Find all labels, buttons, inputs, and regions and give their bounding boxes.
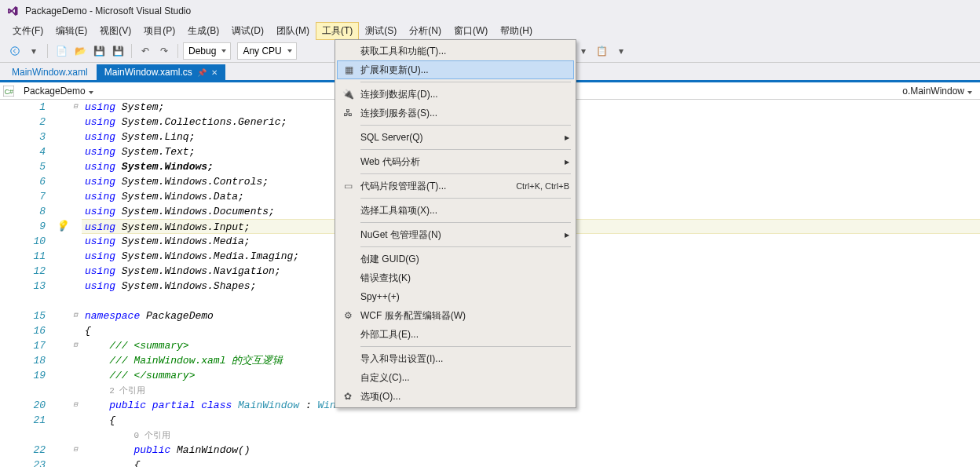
editor-tab[interactable]: MainWindow.xaml — [3, 64, 97, 80]
fold-toggle[interactable]: ⊟ — [69, 100, 82, 115]
menu-item[interactable]: 项目(P) — [137, 22, 181, 40]
db-icon: 🔌 — [342, 88, 354, 100]
svg-text:C#: C# — [5, 87, 13, 95]
line-number — [0, 383, 46, 398]
line-number — [0, 428, 46, 443]
menu-item[interactable]: 选择工具箱项(X)... — [337, 201, 574, 220]
editor-tab[interactable]: MainWindow.xaml.cs📌✕ — [97, 64, 225, 80]
fold-toggle[interactable]: ⊟ — [69, 398, 82, 413]
submenu-arrow-icon: ▶ — [565, 232, 569, 239]
menu-item[interactable]: 分析(N) — [403, 22, 448, 40]
line-number: 23 — [0, 458, 46, 467]
menu-item[interactable]: 文件(F) — [6, 22, 49, 40]
line-number: 12 — [0, 264, 46, 279]
save-all-icon[interactable]: 💾 — [109, 42, 126, 60]
fold-toggle[interactable]: ⊟ — [69, 443, 82, 458]
line-number: 18 — [0, 353, 46, 368]
close-icon[interactable]: ✕ — [211, 68, 218, 77]
platform-combo[interactable]: Any CPU — [237, 42, 296, 60]
menu-separator — [360, 346, 571, 347]
menu-item[interactable]: 编辑(E) — [49, 22, 93, 40]
ext-icon: ▦ — [342, 64, 355, 76]
fold-toggle[interactable]: ⊟ — [69, 308, 82, 323]
menu-item[interactable]: 视图(V) — [93, 22, 137, 40]
line-number: 22 — [0, 443, 46, 458]
menubar: 文件(F)编辑(E)视图(V)项目(P)生成(B)调试(D)团队(M)工具(T)… — [0, 22, 980, 39]
menu-item[interactable]: 🔌连接到数据库(D)... — [337, 85, 574, 104]
line-number: 9 — [0, 219, 46, 234]
tb-misc-icon[interactable]: ▾ — [575, 42, 592, 60]
lightbulb-icon[interactable]: 💡 — [55, 219, 69, 234]
open-icon[interactable]: 📂 — [71, 42, 89, 60]
gear-icon: ✿ — [342, 390, 354, 403]
line-number: 3 — [0, 130, 46, 144]
svg-point-0 — [11, 46, 20, 55]
menu-item[interactable]: 错误查找(K) — [337, 268, 574, 287]
line-number: 8 — [0, 204, 46, 219]
fold-toggle[interactable]: ⊟ — [69, 338, 82, 353]
window-title: PackageDemo - Microsoft Visual Studio — [25, 5, 191, 16]
menu-item[interactable]: 获取工具和功能(T)... — [337, 42, 574, 60]
breadcrumb-project[interactable]: PackageDemo — [19, 86, 98, 97]
menu-item[interactable]: ✿选项(O)... — [337, 387, 574, 406]
tools-dropdown: 获取工具和功能(T)...▦扩展和更新(U)...🔌连接到数据库(D)...🖧连… — [335, 39, 576, 408]
menu-item[interactable]: 🖧连接到服务器(S)... — [337, 104, 574, 122]
line-number: 15 — [0, 308, 46, 323]
line-number: 7 — [0, 189, 46, 204]
line-number: 5 — [0, 159, 46, 174]
back-icon[interactable] — [6, 42, 24, 60]
line-number: 6 — [0, 174, 46, 189]
menu-item[interactable]: 调试(D) — [225, 22, 270, 40]
menu-separator — [360, 149, 571, 150]
code-line[interactable]: { — [82, 413, 980, 428]
menu-item[interactable]: 创建 GUID(G) — [337, 250, 574, 268]
menu-item[interactable]: SQL Server(Q)▶ — [337, 128, 574, 147]
submenu-arrow-icon: ▶ — [565, 134, 569, 141]
menu-item[interactable]: ▦扩展和更新(U)... — [337, 60, 574, 79]
menu-separator — [360, 173, 571, 174]
menu-separator — [360, 222, 571, 223]
menu-item[interactable]: 自定义(C)... — [337, 368, 574, 387]
redo-icon[interactable]: ↷ — [155, 42, 173, 60]
menu-item[interactable]: ⚙WCF 服务配置编辑器(W) — [337, 306, 574, 325]
code-line[interactable]: { — [82, 458, 980, 467]
line-number: 20 — [0, 398, 46, 413]
line-number: 2 — [0, 115, 46, 130]
line-number: 21 — [0, 413, 46, 428]
save-icon[interactable]: 💾 — [90, 42, 108, 60]
menu-item[interactable]: 测试(S) — [359, 22, 403, 40]
vs-logo-icon — [6, 5, 19, 17]
pin-icon[interactable]: 📌 — [197, 68, 207, 77]
tb-misc3-icon[interactable]: ▾ — [612, 42, 630, 60]
menu-separator — [360, 125, 571, 126]
menu-item[interactable]: 团队(M) — [270, 22, 316, 40]
menu-item[interactable]: 外部工具(E)... — [337, 325, 574, 344]
tb-misc2-icon[interactable]: 📋 — [594, 42, 611, 60]
menu-item[interactable]: 生成(B) — [181, 22, 225, 40]
new-icon[interactable]: 📄 — [53, 42, 70, 60]
line-number — [0, 294, 46, 308]
menu-item[interactable]: 工具(T) — [316, 22, 359, 40]
line-number: 4 — [0, 144, 46, 159]
menu-separator — [360, 246, 571, 247]
menu-item[interactable]: 帮助(H) — [494, 22, 539, 40]
breadcrumb-class[interactable]: o.MainWindow — [898, 86, 977, 97]
menu-item[interactable]: 窗口(W) — [448, 22, 494, 40]
undo-icon[interactable]: ↶ — [137, 42, 154, 60]
menu-item[interactable]: Spy++(+) — [337, 287, 574, 306]
snip-icon: ▭ — [342, 180, 354, 192]
code-line[interactable]: 0 个引用 — [82, 428, 980, 443]
menu-item[interactable]: NuGet 包管理器(N)▶ — [337, 225, 574, 244]
menu-item[interactable]: 导入和导出设置(I)... — [337, 349, 574, 368]
menu-item[interactable]: Web 代码分析▶ — [337, 152, 574, 171]
line-number: 16 — [0, 323, 46, 338]
forward-icon[interactable]: ▾ — [25, 42, 42, 60]
csharp-icon: C# — [3, 86, 14, 97]
line-number: 17 — [0, 338, 46, 353]
menu-separator — [360, 82, 571, 82]
config-combo[interactable]: Debug — [183, 42, 231, 60]
code-line[interactable]: public MainWindow() — [82, 443, 980, 458]
line-number: 10 — [0, 234, 46, 249]
menu-item[interactable]: ▭代码片段管理器(T)...Ctrl+K, Ctrl+B — [337, 177, 574, 195]
wcf-icon: ⚙ — [342, 309, 354, 322]
